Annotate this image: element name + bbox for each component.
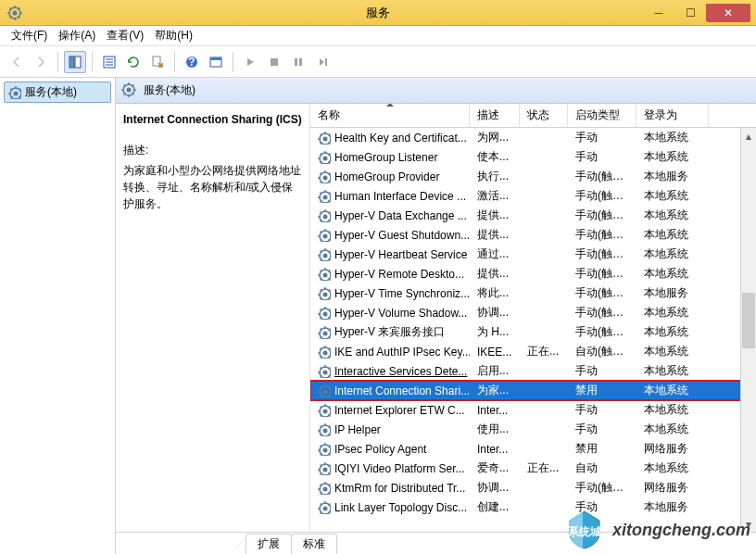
service-logon: 本地系统 <box>636 383 709 398</box>
service-logon: 本地系统 <box>636 402 709 418</box>
column-description[interactable]: 描述 <box>470 104 520 127</box>
column-header-row: 名称 描述 状态 启动类型 登录为 <box>310 104 756 128</box>
service-start: 手动(触发... <box>568 324 636 340</box>
table-row[interactable]: Hyper-V 来宾服务接口为 H...手动(触发...本地系统 <box>310 322 756 342</box>
start-service-button[interactable] <box>239 51 261 73</box>
menu-file[interactable]: 文件(F) <box>6 26 53 45</box>
close-button[interactable]: ✕ <box>706 4 750 22</box>
scroll-up-arrow[interactable]: ▴ <box>741 128 756 144</box>
menu-help[interactable]: 帮助(H) <box>149 26 198 45</box>
back-button[interactable] <box>6 51 28 73</box>
column-logon-as[interactable]: 登录为 <box>636 104 709 127</box>
forward-button[interactable] <box>30 51 52 73</box>
show-hide-tree-button[interactable] <box>64 51 86 73</box>
service-logon: 本地系统 <box>636 227 709 243</box>
properties-button[interactable] <box>98 51 120 73</box>
table-row[interactable]: IQIYI Video Platform Ser...爱奇...正在...自动本… <box>310 459 756 478</box>
table-row[interactable]: Hyper-V Remote Deskto...提供...手动(触发...本地系… <box>310 264 756 283</box>
service-start: 手动(触发... <box>568 266 636 282</box>
gear-icon <box>318 443 331 456</box>
description-text: 为家庭和小型办公网络提供网络地址转换、寻址、名称解析和/或入侵保护服务。 <box>123 162 302 212</box>
description-label: 描述: <box>123 143 302 158</box>
service-logon: 本地服务 <box>636 285 709 301</box>
service-desc: 激活... <box>470 188 520 204</box>
menu-view[interactable]: 查看(V) <box>101 26 149 45</box>
svg-text:系统城: 系统城 <box>567 525 601 538</box>
service-name: Link Layer Topology Disc... <box>334 501 467 514</box>
service-logon: 本地系统 <box>636 149 709 165</box>
pane-header: 服务(本地) <box>116 78 756 104</box>
detail-panel: Internet Connection Sharing (ICS) 描述: 为家… <box>116 104 310 532</box>
table-row[interactable]: Hyper-V Guest Shutdown...提供...手动(触发...本地… <box>310 225 756 245</box>
service-desc: 使本... <box>470 149 520 165</box>
table-row[interactable]: Health Key and Certificat...为网...手动本地系统 <box>310 128 756 147</box>
service-name: Internet Connection Shari... <box>334 384 470 397</box>
column-name[interactable]: 名称 <box>310 104 470 127</box>
service-logon: 本地系统 <box>636 460 709 476</box>
table-row[interactable]: Internet Connection Shari...为家...禁用本地系统 <box>310 381 756 400</box>
service-name: Hyper-V Remote Deskto... <box>334 268 464 281</box>
minimize-button[interactable]: ─ <box>643 4 674 22</box>
table-row[interactable]: Interactive Services Dete...启用...手动本地系统 <box>310 361 756 381</box>
service-name: Hyper-V Time Synchroniz... <box>334 287 470 300</box>
tab-extended[interactable]: 扩展 <box>246 534 292 554</box>
pause-service-button[interactable] <box>287 51 309 73</box>
window-title: 服务 <box>366 5 390 21</box>
table-row[interactable]: Hyper-V Heartbeat Service通过...手动(触发...本地… <box>310 245 756 264</box>
scroll-thumb[interactable] <box>742 293 755 348</box>
table-row[interactable]: KtmRm for Distributed Tr...协调...手动(触发...… <box>310 478 756 497</box>
help-button[interactable]: ? <box>181 51 203 73</box>
table-row[interactable]: IKE and AuthIP IPsec Key...IKEE...正在...自… <box>310 342 756 361</box>
stop-service-button[interactable] <box>263 51 285 73</box>
table-row[interactable]: Hyper-V Time Synchroniz...将此...手动(触发...本… <box>310 283 756 303</box>
gear-icon <box>8 86 21 99</box>
vertical-scrollbar[interactable]: ▴ ▾ <box>740 128 756 532</box>
table-row[interactable]: IPsec Policy AgentInter...禁用网络服务 <box>310 439 756 459</box>
table-row[interactable]: IP Helper使用...手动本地系统 <box>310 420 756 439</box>
service-logon: 本地系统 <box>636 363 709 379</box>
tree-root-services[interactable]: 服务(本地) <box>4 82 111 103</box>
table-row[interactable]: HomeGroup Listener使本...手动本地系统 <box>310 147 756 167</box>
table-row[interactable]: HomeGroup Provider执行...手动(触发...本地服务 <box>310 167 756 186</box>
table-row[interactable]: Hyper-V Volume Shadow...协调...手动(触发...本地系… <box>310 303 756 322</box>
table-row[interactable]: Human Interface Device ...激活...手动(触发...本… <box>310 186 756 206</box>
service-start: 手动 <box>568 422 636 437</box>
service-desc: 为 H... <box>470 324 520 340</box>
table-row[interactable]: Internet Explorer ETW C...Inter...手动本地系统 <box>310 400 756 420</box>
gear-icon <box>318 404 331 417</box>
service-name: KtmRm for Distributed Tr... <box>334 482 465 495</box>
column-startup-type[interactable]: 启动类型 <box>568 104 636 127</box>
menubar: 文件(F) 操作(A) 查看(V) 帮助(H) <box>0 26 756 46</box>
restart-service-button[interactable] <box>311 51 334 73</box>
gear-icon <box>318 268 331 281</box>
service-desc: 为家... <box>470 383 520 398</box>
service-start: 手动(触发... <box>568 208 636 223</box>
table-row[interactable]: Hyper-V Data Exchange ...提供...手动(触发...本地… <box>310 206 756 225</box>
service-name: HomeGroup Provider <box>334 170 439 183</box>
service-desc: 协调... <box>470 305 520 321</box>
service-logon: 网络服务 <box>636 441 709 457</box>
service-name: IPsec Policy Agent <box>334 443 426 456</box>
refresh-button[interactable] <box>122 51 145 73</box>
svg-text:?: ? <box>188 56 195 69</box>
column-status[interactable]: 状态 <box>520 104 568 127</box>
gear-icon <box>318 209 331 222</box>
service-logon: 本地服务 <box>636 169 709 184</box>
service-name: Health Key and Certificat... <box>334 132 467 145</box>
svg-rect-22 <box>295 58 297 66</box>
service-start: 手动(触发... <box>568 480 636 496</box>
maximize-button[interactable]: ☐ <box>674 4 706 22</box>
dialog-button[interactable] <box>205 51 227 73</box>
service-desc: 提供... <box>470 227 520 243</box>
service-name: IQIYI Video Platform Ser... <box>334 462 465 475</box>
menu-action[interactable]: 操作(A) <box>53 26 101 45</box>
service-desc: 执行... <box>470 169 520 184</box>
svg-rect-24 <box>325 58 327 66</box>
service-start: 手动(触发... <box>568 246 636 262</box>
service-desc: 提供... <box>470 208 520 223</box>
tab-standard[interactable]: 标准 <box>291 534 337 554</box>
export-button[interactable] <box>146 51 169 73</box>
service-name: Hyper-V Data Exchange ... <box>334 209 467 222</box>
selected-service-name: Internet Connection Sharing (ICS) <box>123 113 302 126</box>
watermark: 系统城 xitongcheng.com <box>562 508 750 552</box>
